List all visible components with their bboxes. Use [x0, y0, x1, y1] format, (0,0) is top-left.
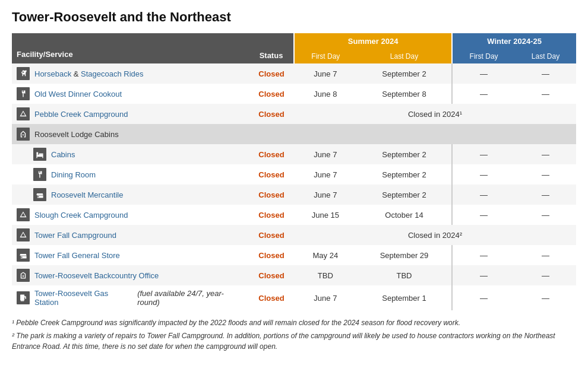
pebble-creek-icon — [17, 107, 30, 120]
slough-creek-link[interactable]: Slough Creek Campground — [34, 211, 128, 220]
table-row: Tower Fall CampgroundClosedClosed in 202… — [12, 225, 576, 245]
slough-creek-icon — [17, 208, 30, 221]
roosevelt-mercantile-s_first: June 7 — [294, 185, 357, 205]
col-header-facility: Facility/Service — [12, 33, 249, 63]
cabins-w_last: — — [515, 144, 576, 164]
gas-station-extra: (fuel available 24/7, year-round) — [137, 289, 244, 307]
tower-fall-store-s_first: May 24 — [294, 245, 357, 265]
horseback-status: Closed — [258, 69, 284, 78]
svg-rect-6 — [21, 295, 24, 297]
footnote-2: ² The park is making a variety of repair… — [12, 330, 576, 352]
footnotes: ¹ Pebble Creek Campground was significan… — [12, 317, 576, 352]
gas-station-s_first: June 7 — [294, 285, 357, 310]
table-row: Tower-Roosevelt Gas Station (fuel availa… — [12, 285, 576, 310]
tower-fall-campground-link[interactable]: Tower Fall Campground — [34, 231, 116, 240]
svg-rect-7 — [21, 300, 24, 301]
backcountry-status: Closed — [258, 271, 284, 280]
gas-station-w_last: — — [515, 285, 576, 310]
roosevelt-mercantile-w_last: — — [515, 185, 576, 205]
pebble-creek-status: Closed — [258, 110, 284, 119]
dining-room-link[interactable]: Dining Room — [51, 170, 96, 179]
dining-room-s_first: June 7 — [294, 164, 357, 185]
backcountry-icon — [17, 269, 30, 282]
tower-fall-campground-icon — [17, 228, 30, 241]
cabins-status: Closed — [258, 150, 284, 159]
backcountry-w_first: — — [452, 265, 515, 285]
tower-fall-store-w_last: — — [515, 245, 576, 265]
roosevelt-mercantile-icon — [33, 188, 46, 201]
tower-fall-campground-note: Closed in 2024² — [294, 225, 576, 245]
tower-fall-store-link[interactable]: Tower Fall General Store — [34, 251, 120, 260]
horseback-link[interactable]: Horseback — [34, 69, 71, 78]
svg-rect-0 — [36, 155, 43, 157]
backcountry-link[interactable]: Tower-Roosevelt Backcountry Office — [34, 271, 159, 280]
winter-last-day-header: Last Day — [515, 49, 576, 63]
summer-last-day-header: Last Day — [357, 49, 452, 63]
horseback-s_first: June 7 — [294, 63, 357, 84]
pebble-creek-note: Closed in 2024¹ — [294, 104, 576, 124]
horseback-w_last: — — [515, 63, 576, 84]
gas-station-w_first: — — [452, 285, 515, 310]
svg-rect-2 — [39, 154, 43, 155]
tower-fall-store-icon — [17, 249, 30, 262]
gas-station-s_last: September 1 — [357, 285, 452, 310]
dining-room-w_last: — — [515, 164, 576, 185]
backcountry-s_last: TBD — [357, 265, 452, 285]
slough-creek-s_first: June 15 — [294, 205, 357, 225]
page-title: Tower-Roosevelt and the Northeast — [12, 9, 576, 25]
cabins-w_first: — — [452, 144, 515, 164]
table-row: Dining RoomClosedJune 7September 2—— — [12, 164, 576, 185]
roosevelt-mercantile-s_last: September 2 — [357, 185, 452, 205]
dining-room-status: Closed — [258, 170, 284, 179]
tower-fall-store-status: Closed — [258, 251, 284, 260]
cabins-s_last: September 2 — [357, 144, 452, 164]
table-row: Tower Fall General StoreClosedMay 24Sept… — [12, 245, 576, 265]
table-row: Roosevelt MercantileClosedJune 7Septembe… — [12, 185, 576, 205]
table-row: Old West Dinner CookoutClosedJune 8Septe… — [12, 84, 576, 104]
slough-creek-w_last: — — [515, 205, 576, 225]
table-row: Tower-Roosevelt Backcountry OfficeClosed… — [12, 265, 576, 285]
col-header-status: Status — [249, 33, 294, 63]
gas-station-link[interactable]: Tower-Roosevelt Gas Station — [34, 289, 132, 307]
dinner-cookout-s_last: September 8 — [357, 84, 452, 104]
svg-rect-4 — [42, 157, 43, 158]
horseback-s_last: September 2 — [357, 63, 452, 84]
cabins-s_first: June 7 — [294, 144, 357, 164]
dinner-cookout-w_first: — — [452, 84, 515, 104]
slough-creek-w_first: — — [452, 205, 515, 225]
footnote-1: ¹ Pebble Creek Campground was significan… — [12, 317, 576, 328]
dinner-cookout-icon — [17, 87, 30, 100]
dining-room-s_last: September 2 — [357, 164, 452, 185]
summer-group-header: Summer 2024 — [294, 33, 452, 49]
gas-station-icon — [17, 291, 30, 304]
slough-creek-s_last: October 14 — [357, 205, 452, 225]
cabins-link[interactable]: Cabins — [51, 150, 75, 159]
dining-room-w_first: — — [452, 164, 515, 185]
facilities-table: Facility/Service Status Summer 2024 Wint… — [12, 33, 576, 310]
table-row: Roosevelt Lodge Cabins — [12, 124, 576, 144]
dinner-cookout-s_first: June 8 — [294, 84, 357, 104]
tower-fall-campground-status: Closed — [258, 231, 284, 240]
dinner-cookout-status: Closed — [258, 90, 284, 98]
horseback-icon — [17, 67, 30, 80]
dining-room-icon — [33, 168, 46, 181]
roosevelt-mercantile-link[interactable]: Roosevelt Mercantile — [51, 190, 123, 199]
table-row: Slough Creek CampgroundClosedJune 15Octo… — [12, 205, 576, 225]
roosevelt-lodge-label: Roosevelt Lodge Cabins — [34, 130, 119, 139]
stagecoach-link[interactable]: Stagecoach Rides — [81, 69, 144, 78]
svg-rect-1 — [36, 152, 38, 155]
pebble-creek-link[interactable]: Pebble Creek Campground — [34, 110, 128, 119]
winter-first-day-header: First Day — [452, 49, 515, 63]
table-row: Horseback & Stagecoach RidesClosedJune 7… — [12, 63, 576, 84]
gas-station-status: Closed — [258, 294, 284, 303]
winter-group-header: Winter 2024-25 — [452, 33, 576, 49]
svg-rect-3 — [36, 157, 37, 158]
tower-fall-store-s_last: September 29 — [357, 245, 452, 265]
table-row: Pebble Creek CampgroundClosedClosed in 2… — [12, 104, 576, 124]
roosevelt-lodge-icon — [17, 128, 30, 141]
dinner-cookout-w_last: — — [515, 84, 576, 104]
backcountry-w_last: — — [515, 265, 576, 285]
table-row: CabinsClosedJune 7September 2—— — [12, 144, 576, 164]
roosevelt-mercantile-w_first: — — [452, 185, 515, 205]
dinner-cookout-link[interactable]: Old West Dinner Cookout — [34, 90, 122, 98]
